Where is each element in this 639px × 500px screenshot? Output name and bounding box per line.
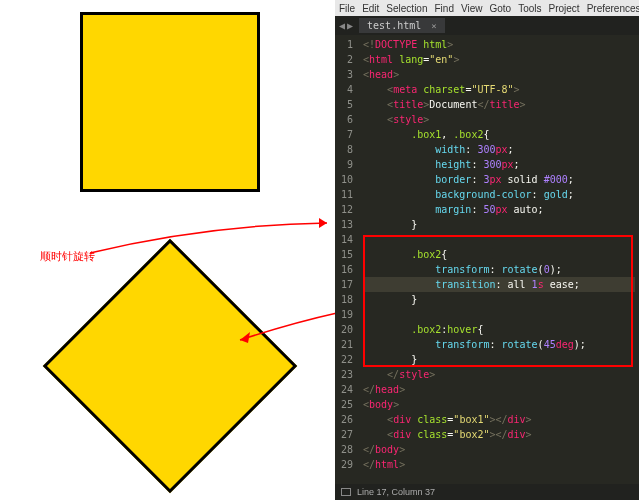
- code-line[interactable]: <div class="box2"></div>: [363, 427, 635, 442]
- line-number: 10: [339, 172, 353, 187]
- line-gutter: 1234567891011121314151617181920212223242…: [335, 35, 359, 484]
- menu-bar: FileEditSelectionFindViewGotoToolsProjec…: [335, 0, 639, 16]
- menu-file[interactable]: File: [339, 3, 355, 14]
- line-number: 2: [339, 52, 353, 67]
- line-number: 12: [339, 202, 353, 217]
- svg-marker-0: [319, 218, 327, 228]
- code-line[interactable]: transform: rotate(45deg);: [363, 337, 635, 352]
- code-line[interactable]: </body>: [363, 442, 635, 457]
- line-number: 28: [339, 442, 353, 457]
- nav-forward-icon[interactable]: ▶: [347, 20, 353, 31]
- code-line[interactable]: <html lang="en">: [363, 52, 635, 67]
- code-line[interactable]: background-color: gold;: [363, 187, 635, 202]
- code-line[interactable]: }: [363, 292, 635, 307]
- code-line[interactable]: <title>Document</title>: [363, 97, 635, 112]
- code-editor: FileEditSelectionFindViewGotoToolsProjec…: [335, 0, 639, 500]
- line-number: 4: [339, 82, 353, 97]
- preview-pane: 顺时针旋转: [0, 0, 335, 500]
- code-content[interactable]: <!DOCTYPE html><html lang="en"><head> <m…: [359, 35, 639, 484]
- line-number: 16: [339, 262, 353, 277]
- code-line[interactable]: <div class="box1"></div>: [363, 412, 635, 427]
- code-line[interactable]: }: [363, 217, 635, 232]
- line-number: 14: [339, 232, 353, 247]
- close-icon[interactable]: ×: [431, 21, 436, 31]
- line-number: 21: [339, 337, 353, 352]
- line-number: 7: [339, 127, 353, 142]
- tab-bar: ◀ ▶ test.html ×: [335, 16, 639, 35]
- menu-preferences[interactable]: Preferences: [587, 3, 639, 14]
- panel-icon[interactable]: [341, 488, 351, 496]
- menu-goto[interactable]: Goto: [489, 3, 511, 14]
- menu-edit[interactable]: Edit: [362, 3, 379, 14]
- line-number: 3: [339, 67, 353, 82]
- menu-project[interactable]: Project: [549, 3, 580, 14]
- line-number: 26: [339, 412, 353, 427]
- code-line[interactable]: [363, 232, 635, 247]
- code-line[interactable]: transition: all 1s ease;: [363, 277, 635, 292]
- line-number: 24: [339, 382, 353, 397]
- line-number: 22: [339, 352, 353, 367]
- line-number: 25: [339, 397, 353, 412]
- line-number: 19: [339, 307, 353, 322]
- code-line[interactable]: .box1, .box2{: [363, 127, 635, 142]
- menu-selection[interactable]: Selection: [386, 3, 427, 14]
- cursor-position: Line 17, Column 37: [357, 487, 435, 497]
- menu-view[interactable]: View: [461, 3, 483, 14]
- code-line[interactable]: </html>: [363, 457, 635, 472]
- code-line[interactable]: <!DOCTYPE html>: [363, 37, 635, 52]
- status-bar: Line 17, Column 37: [335, 484, 639, 500]
- preview-box1: [80, 12, 260, 192]
- line-number: 23: [339, 367, 353, 382]
- code-line[interactable]: <meta charset="UTF-8">: [363, 82, 635, 97]
- line-number: 20: [339, 322, 353, 337]
- menu-find[interactable]: Find: [435, 3, 454, 14]
- code-line[interactable]: height: 300px;: [363, 157, 635, 172]
- code-line[interactable]: margin: 50px auto;: [363, 202, 635, 217]
- code-line[interactable]: transform: rotate(0);: [363, 262, 635, 277]
- line-number: 18: [339, 292, 353, 307]
- line-number: 29: [339, 457, 353, 472]
- code-line[interactable]: width: 300px;: [363, 142, 635, 157]
- code-line[interactable]: }: [363, 352, 635, 367]
- line-number: 27: [339, 427, 353, 442]
- line-number: 8: [339, 142, 353, 157]
- menu-tools[interactable]: Tools: [518, 3, 541, 14]
- code-line[interactable]: .box2{: [363, 247, 635, 262]
- line-number: 6: [339, 112, 353, 127]
- code-line[interactable]: </head>: [363, 382, 635, 397]
- line-number: 15: [339, 247, 353, 262]
- code-line[interactable]: border: 3px solid #000;: [363, 172, 635, 187]
- line-number: 17: [339, 277, 353, 292]
- code-line[interactable]: <body>: [363, 397, 635, 412]
- line-number: 9: [339, 157, 353, 172]
- code-area[interactable]: 1234567891011121314151617181920212223242…: [335, 35, 639, 484]
- code-line[interactable]: </style>: [363, 367, 635, 382]
- code-line[interactable]: <style>: [363, 112, 635, 127]
- tab-label: test.html: [367, 20, 421, 31]
- annotation-label: 顺时针旋转: [40, 249, 95, 264]
- line-number: 13: [339, 217, 353, 232]
- annotation-arrow-1: [85, 215, 335, 265]
- preview-box2: [43, 239, 298, 494]
- line-number: 5: [339, 97, 353, 112]
- line-number: 11: [339, 187, 353, 202]
- code-line[interactable]: [363, 307, 635, 322]
- file-tab[interactable]: test.html ×: [359, 18, 445, 33]
- nav-back-icon[interactable]: ◀: [339, 20, 345, 31]
- code-line[interactable]: <head>: [363, 67, 635, 82]
- line-number: 1: [339, 37, 353, 52]
- code-line[interactable]: .box2:hover{: [363, 322, 635, 337]
- nav-arrows: ◀ ▶: [339, 20, 353, 31]
